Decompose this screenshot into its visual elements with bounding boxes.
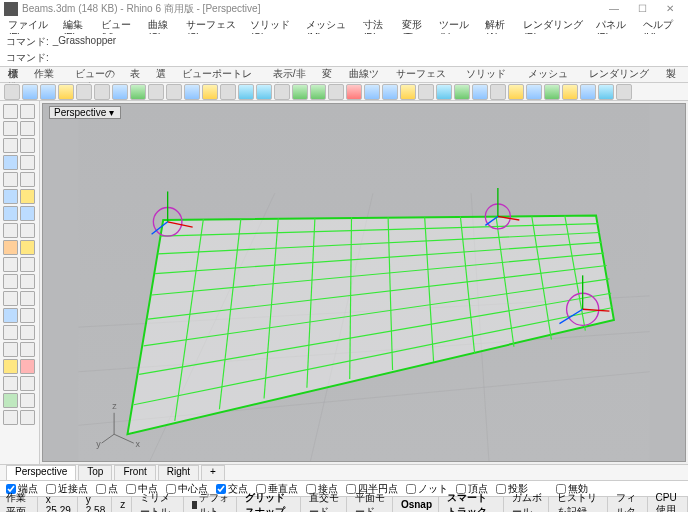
- toolbar-button[interactable]: [472, 84, 488, 100]
- minimize-button[interactable]: —: [600, 0, 628, 18]
- toolbar-button[interactable]: [166, 84, 182, 100]
- menu-item[interactable]: 変形(T): [400, 18, 432, 34]
- toolbar-button[interactable]: [562, 84, 578, 100]
- menu-item[interactable]: ビュー(V): [99, 18, 140, 34]
- tab[interactable]: ソリッドツール: [464, 67, 518, 82]
- toolbar-button[interactable]: [328, 84, 344, 100]
- tab[interactable]: 表示: [128, 67, 146, 82]
- toolbar-button[interactable]: [616, 84, 632, 100]
- tool-button[interactable]: [20, 376, 35, 391]
- tab[interactable]: メッシュツール: [526, 67, 580, 82]
- tab[interactable]: サーフェスツール: [394, 67, 455, 82]
- tool-button[interactable]: [3, 104, 18, 119]
- status-layer[interactable]: デフォルト: [186, 497, 236, 512]
- tab[interactable]: 標準: [6, 67, 24, 82]
- menu-item[interactable]: 編集(E): [61, 18, 93, 34]
- toolbar-button[interactable]: [202, 84, 218, 100]
- tool-button[interactable]: [3, 308, 18, 323]
- toolbar-button[interactable]: [184, 84, 200, 100]
- tool-button[interactable]: [3, 206, 18, 221]
- tool-button[interactable]: [3, 376, 18, 391]
- toolbar-button[interactable]: [4, 84, 20, 100]
- toolbar-button[interactable]: [40, 84, 56, 100]
- toolbar-button[interactable]: [220, 84, 236, 100]
- tab[interactable]: 製図: [664, 67, 682, 82]
- tool-button[interactable]: [3, 155, 18, 170]
- tool-button[interactable]: [3, 342, 18, 357]
- toolbar-button[interactable]: [508, 84, 524, 100]
- tool-button[interactable]: [20, 257, 35, 272]
- toolbar-button[interactable]: [256, 84, 272, 100]
- toolbar-button[interactable]: [130, 84, 146, 100]
- toolbar-button[interactable]: [238, 84, 254, 100]
- tool-button[interactable]: [20, 240, 35, 255]
- tool-button[interactable]: [3, 257, 18, 272]
- command-input[interactable]: [53, 51, 682, 65]
- tab[interactable]: レンダリングツール: [587, 67, 655, 82]
- status-cell[interactable]: x 25.29: [40, 497, 78, 512]
- viewport[interactable]: Perspective ▾: [42, 103, 686, 462]
- menu-item[interactable]: 曲線(C): [146, 18, 179, 34]
- tool-button[interactable]: [3, 121, 18, 136]
- tab[interactable]: 変形: [320, 67, 338, 82]
- tab[interactable]: 表示/非表示: [271, 67, 313, 82]
- tool-button[interactable]: [3, 240, 18, 255]
- status-cell[interactable]: CPU使用: [650, 497, 688, 512]
- tool-button[interactable]: [20, 121, 35, 136]
- toolbar-button[interactable]: [544, 84, 560, 100]
- toolbar-button[interactable]: [148, 84, 164, 100]
- tool-button[interactable]: [20, 189, 35, 204]
- toolbar-button[interactable]: [436, 84, 452, 100]
- status-cell[interactable]: 平面モード: [349, 497, 393, 512]
- viewport-label[interactable]: Perspective ▾: [49, 106, 121, 119]
- menu-item[interactable]: ソリッド(O): [248, 18, 298, 34]
- tool-button[interactable]: [20, 138, 35, 153]
- tool-button[interactable]: [20, 308, 35, 323]
- menu-item[interactable]: パネル(P): [594, 18, 635, 34]
- viewport-tab[interactable]: Right: [158, 465, 199, 480]
- status-cell[interactable]: y 2.58: [80, 497, 112, 512]
- toolbar-button[interactable]: [526, 84, 542, 100]
- tab[interactable]: 曲線ツール: [347, 67, 387, 82]
- tool-button[interactable]: [20, 104, 35, 119]
- menu-item[interactable]: ファイル(F): [6, 18, 55, 34]
- tab[interactable]: 選択: [154, 67, 172, 82]
- tool-button[interactable]: [3, 138, 18, 153]
- tool-button[interactable]: [20, 342, 35, 357]
- osnap-ノット[interactable]: ノット: [406, 482, 448, 496]
- viewport-tab[interactable]: Perspective: [6, 465, 76, 480]
- maximize-button[interactable]: ☐: [628, 0, 656, 18]
- tab[interactable]: ビューの設定: [73, 67, 120, 82]
- tool-button[interactable]: [20, 155, 35, 170]
- menu-item[interactable]: レンダリング(R): [521, 18, 588, 34]
- toolbar-button[interactable]: [22, 84, 38, 100]
- viewport-tab[interactable]: Front: [114, 465, 155, 480]
- toolbar-button[interactable]: [292, 84, 308, 100]
- tool-button[interactable]: [20, 172, 35, 187]
- toolbar-button[interactable]: [364, 84, 380, 100]
- toolbar-button[interactable]: [76, 84, 92, 100]
- status-cell[interactable]: 直交モード: [303, 497, 347, 512]
- toolbar-button[interactable]: [94, 84, 110, 100]
- toolbar-button[interactable]: [274, 84, 290, 100]
- toolbar-button[interactable]: [598, 84, 614, 100]
- toolbar-button[interactable]: [112, 84, 128, 100]
- add-tab-icon[interactable]: +: [201, 465, 225, 480]
- toolbar-button[interactable]: [382, 84, 398, 100]
- toolbar-button[interactable]: [418, 84, 434, 100]
- tool-button[interactable]: [3, 325, 18, 340]
- status-cell[interactable]: 作業平面: [0, 497, 38, 512]
- status-cell[interactable]: z: [114, 497, 132, 512]
- tool-button[interactable]: [20, 223, 35, 238]
- tool-button[interactable]: [3, 223, 18, 238]
- tool-button[interactable]: [20, 393, 35, 408]
- tool-button[interactable]: [3, 393, 18, 408]
- tool-button[interactable]: [20, 410, 35, 425]
- viewport-tab[interactable]: Top: [78, 465, 112, 480]
- menu-item[interactable]: メッシュ(M): [304, 18, 355, 34]
- menu-item[interactable]: 解析(A): [483, 18, 515, 34]
- status-cell[interactable]: スマートトラック: [441, 497, 504, 512]
- toolbar-button[interactable]: [310, 84, 326, 100]
- tool-button[interactable]: [20, 291, 35, 306]
- tool-button[interactable]: [20, 206, 35, 221]
